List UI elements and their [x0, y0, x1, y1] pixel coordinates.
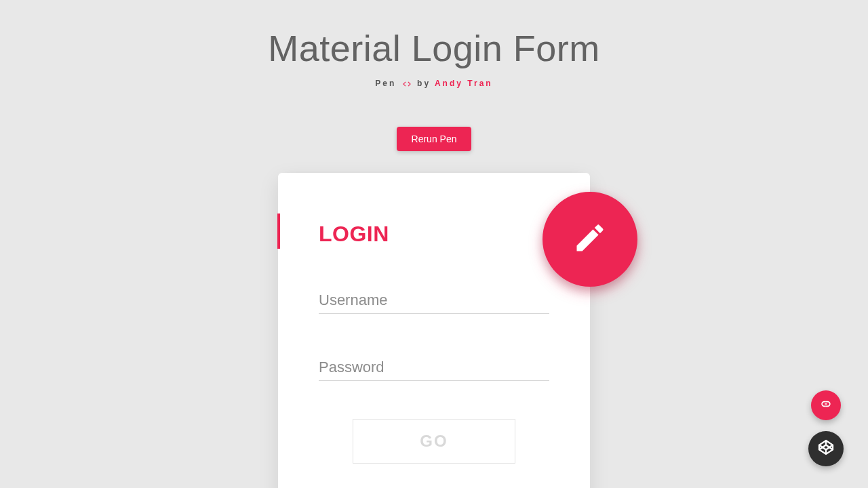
floating-actions — [808, 390, 844, 466]
submit-button[interactable]: GO — [353, 419, 515, 464]
register-fab[interactable] — [542, 192, 637, 287]
link-icon — [819, 397, 833, 413]
accent-bar — [277, 214, 280, 249]
code-icon — [402, 79, 412, 89]
password-input[interactable] — [319, 354, 549, 381]
byline-prefix: Pen — [375, 79, 396, 88]
author-link[interactable]: Andy Tran — [435, 79, 493, 88]
page-title: Material Login Form — [0, 27, 868, 69]
byline-middle: by — [417, 79, 431, 88]
login-card: LOGIN GO — [278, 173, 590, 488]
rerun-button[interactable]: Rerun Pen — [397, 127, 472, 151]
username-input[interactable] — [319, 287, 549, 314]
codepen-icon — [818, 439, 834, 458]
login-card-stack: LOGIN GO — [278, 173, 590, 488]
share-link-button[interactable] — [811, 390, 841, 420]
codepen-button[interactable] — [808, 431, 844, 466]
byline: Pen by Andy Tran — [0, 79, 868, 89]
pencil-icon — [572, 220, 608, 258]
login-heading: LOGIN — [319, 173, 549, 247]
